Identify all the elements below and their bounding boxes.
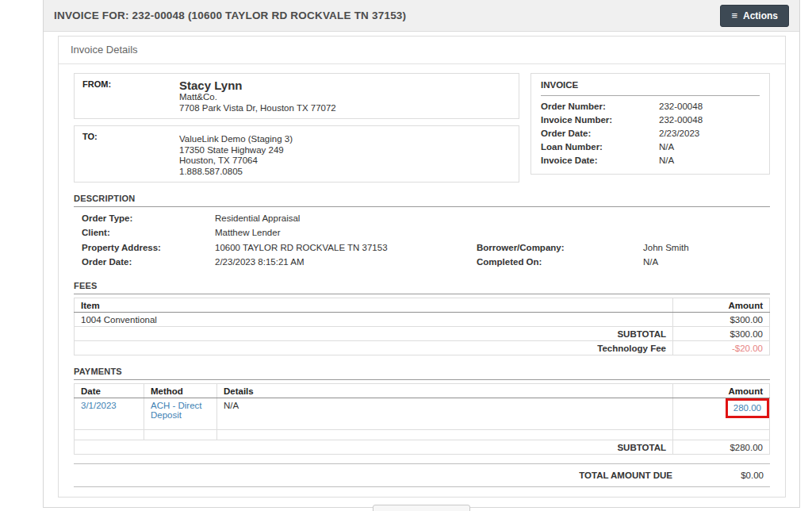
desc-value: N/A	[643, 257, 762, 268]
desc-row: Order Date: 2/23/2023 8:15:21 AM Complet…	[82, 256, 762, 271]
header-bar: INVOICE FOR: 232-00048 (10600 TAYLOR RD …	[44, 0, 799, 32]
to-line: 17350 State Highway 249	[179, 145, 293, 156]
page-title: INVOICE FOR: 232-00048 (10600 TAYLOR RD …	[54, 10, 406, 21]
technology-fee-value: -$20.00	[673, 341, 770, 355]
to-line: ValueLink Demo (Staging 3)	[179, 134, 293, 145]
desc-value: John Smith	[643, 243, 762, 254]
summary-label: Invoice Number:	[541, 115, 659, 125]
parties-region: FROM: Stacy Lynn Matt&Co. 7708 Park Vist…	[74, 73, 770, 182]
payments-table: Date Method Details Amount 3/1/2023	[74, 383, 770, 455]
payments-section: PAYMENTS Date Method Details Amount	[74, 367, 770, 455]
desc-value: 10600 TAYLOR RD ROCKVALE TN 37153	[215, 243, 477, 254]
payments-subtotal-value: $280.00	[673, 440, 770, 455]
desc-label: Order Date:	[82, 257, 215, 268]
summary-row: Invoice Number: 232-00048	[541, 113, 760, 126]
total-label: TOTAL AMOUNT DUE	[579, 471, 672, 480]
payment-details-cell: N/A	[217, 398, 673, 430]
to-label: TO:	[82, 131, 179, 177]
fees-subtotal-value: $300.00	[673, 327, 770, 341]
payments-subtotal-row: SUBTOTAL $280.00	[75, 440, 770, 455]
payments-header-row: Date Method Details Amount	[75, 384, 770, 398]
invoice-summary-column: INVOICE Order Number: 232-00048 Invoice …	[530, 73, 770, 182]
from-name: Stacy Lynn	[179, 79, 336, 92]
desc-value	[643, 228, 762, 239]
column-header-date: Date	[75, 384, 144, 398]
actions-button[interactable]: ≡ Actions	[720, 5, 789, 27]
summary-value: 2/23/2023	[659, 129, 760, 138]
from-content: Stacy Lynn Matt&Co. 7708 Park Vista Dr, …	[179, 79, 336, 113]
fees-table: Item Amount 1004 Conventional $300.00 SU…	[74, 298, 770, 355]
desc-label: Property Address:	[82, 243, 215, 254]
payment-date-cell: 3/1/2023	[75, 398, 144, 430]
summary-value: N/A	[659, 156, 760, 165]
invoice-panel-body: FROM: Stacy Lynn Matt&Co. 7708 Park Vist…	[59, 64, 785, 497]
desc-value: 2/23/2023 8:15:21 AM	[215, 257, 477, 268]
column-header-details: Details	[217, 384, 673, 398]
actions-button-label: Actions	[743, 10, 778, 21]
payment-method-cell: ACH - Direct Deposit	[144, 398, 217, 430]
parties-column: FROM: Stacy Lynn Matt&Co. 7708 Park Vist…	[74, 73, 519, 182]
summary-value: 232-00048	[659, 115, 760, 125]
summary-label: Order Date:	[541, 129, 659, 138]
fees-header-row: Item Amount	[75, 298, 770, 313]
description-rows: Order Type: Residential Appraisal Client…	[74, 207, 770, 270]
from-box: FROM: Stacy Lynn Matt&Co. 7708 Park Vist…	[74, 73, 519, 119]
desc-value: Matthew Lender	[215, 228, 477, 239]
summary-value: 232-00048	[659, 102, 760, 111]
payment-row: 3/1/2023 ACH - Direct Deposit N/A 280.00	[75, 398, 770, 430]
total-amount-due-block: TOTAL AMOUNT DUE $0.00	[74, 463, 770, 487]
payment-amount-highlight: 280.00	[726, 398, 769, 418]
menu-icon: ≡	[731, 10, 737, 21]
description-title: DESCRIPTION	[74, 194, 770, 207]
fees-section: FEES Item Amount 1004 Conventional $300.…	[74, 281, 770, 355]
summary-label: Order Number:	[541, 102, 659, 111]
summary-row: Order Number: 232-00048	[541, 99, 760, 113]
to-line: 1.888.587.0805	[179, 167, 293, 178]
from-company: Matt&Co.	[179, 92, 336, 103]
desc-label: Order Type:	[82, 213, 215, 225]
technology-fee-row: Technology Fee -$20.00	[75, 341, 770, 355]
fee-row: 1004 Conventional $300.00	[75, 313, 770, 327]
payment-amount-link[interactable]: 280.00	[733, 403, 761, 413]
summary-value: N/A	[659, 142, 760, 152]
desc-label	[477, 213, 643, 225]
summary-label: Invoice Date:	[541, 156, 659, 165]
desc-value: Residential Appraisal	[215, 213, 477, 225]
payments-empty-row	[75, 430, 770, 440]
from-address: 7708 Park Vista Dr, Houston TX 77072	[179, 103, 336, 114]
description-section: DESCRIPTION Order Type: Residential Appr…	[74, 194, 770, 270]
payments-subtotal-label: SUBTOTAL	[75, 440, 673, 455]
total-value: $0.00	[672, 471, 764, 480]
summary-row: Invoice Date: N/A	[541, 153, 760, 167]
fee-item-cell: 1004 Conventional	[75, 313, 673, 327]
desc-row: Client: Matthew Lender	[82, 226, 762, 241]
desc-label: Completed On:	[477, 257, 643, 268]
from-label: FROM:	[82, 79, 179, 113]
return-to-order-button[interactable]: Return to Order	[373, 505, 470, 511]
column-header-amount: Amount	[673, 384, 770, 398]
desc-value	[643, 213, 762, 225]
to-box: TO: ValueLink Demo (Staging 3) 17350 Sta…	[74, 125, 519, 182]
payment-date-link[interactable]: 3/1/2023	[81, 401, 117, 410]
desc-row: Order Type: Residential Appraisal	[82, 211, 762, 226]
fee-amount-cell: $300.00	[673, 313, 770, 327]
invoice-summary-title: INVOICE	[541, 80, 760, 96]
payment-method-link[interactable]: ACH - Direct Deposit	[151, 401, 202, 420]
desc-label	[477, 228, 643, 239]
fees-subtotal-row: SUBTOTAL $300.00	[75, 327, 770, 341]
summary-label: Loan Number:	[541, 142, 659, 152]
footer: Return to Order	[44, 498, 799, 511]
payment-amount-cell: 280.00	[673, 398, 770, 430]
payments-title: PAYMENTS	[74, 367, 770, 380]
to-content: ValueLink Demo (Staging 3) 17350 State H…	[179, 131, 293, 177]
fees-subtotal-label: SUBTOTAL	[75, 327, 673, 341]
invoice-panel: Invoice Details FROM: Stacy Lynn Matt&Co…	[58, 36, 786, 498]
column-header-method: Method	[144, 384, 217, 398]
desc-label: Borrower/Company:	[477, 243, 643, 254]
to-line: Houston, TX 77064	[179, 156, 293, 167]
technology-fee-label: Technology Fee	[75, 341, 673, 355]
invoice-page-container: INVOICE FOR: 232-00048 (10600 TAYLOR RD …	[43, 0, 800, 508]
tab-invoice-details[interactable]: Invoice Details	[59, 36, 785, 64]
desc-row: Property Address: 10600 TAYLOR RD ROCKVA…	[82, 240, 762, 256]
summary-row: Order Date: 2/23/2023	[541, 126, 760, 140]
